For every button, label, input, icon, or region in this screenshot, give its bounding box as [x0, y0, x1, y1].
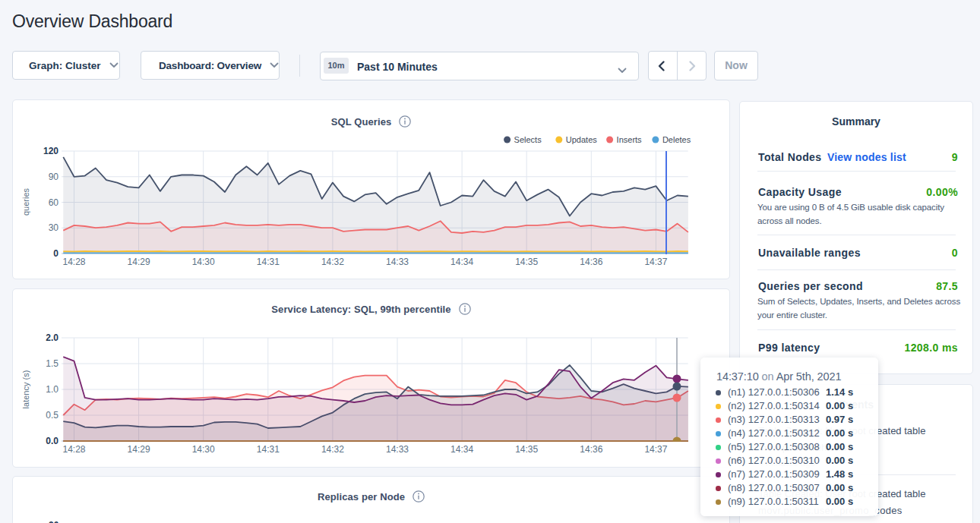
- svg-text:1.5: 1.5: [46, 358, 58, 369]
- svg-text:14:32: 14:32: [321, 257, 344, 267]
- svg-text:latency (s): latency (s): [21, 370, 30, 409]
- svg-text:0.0: 0.0: [46, 436, 58, 446]
- svg-text:90: 90: [49, 172, 59, 182]
- svg-text:120: 120: [43, 146, 58, 156]
- svg-text:1.0: 1.0: [46, 384, 58, 395]
- svg-text:14:30: 14:30: [192, 257, 215, 267]
- svg-text:14:28: 14:28: [62, 257, 85, 267]
- svg-text:queries: queries: [21, 187, 30, 216]
- svg-text:14:29: 14:29: [128, 444, 150, 455]
- svg-text:14:30: 14:30: [192, 444, 215, 455]
- svg-text:14:31: 14:31: [257, 444, 280, 455]
- svg-text:14:36: 14:36: [580, 257, 602, 267]
- svg-text:14:28: 14:28: [62, 444, 85, 455]
- svg-text:14:29: 14:29: [128, 257, 150, 267]
- svg-text:14:37: 14:37: [644, 444, 667, 455]
- svg-text:30: 30: [49, 222, 59, 233]
- svg-text:14:34: 14:34: [450, 257, 473, 267]
- svg-text:14:35: 14:35: [515, 444, 538, 455]
- svg-text:Deletes: Deletes: [662, 135, 691, 144]
- svg-text:2.0: 2.0: [46, 332, 58, 343]
- svg-text:60: 60: [49, 197, 59, 208]
- svg-text:14:32: 14:32: [321, 444, 344, 455]
- svg-text:14:31: 14:31: [257, 257, 280, 267]
- svg-text:0: 0: [53, 248, 58, 259]
- svg-text:14:33: 14:33: [386, 444, 409, 455]
- svg-text:14:35: 14:35: [515, 257, 538, 267]
- svg-text:14:37: 14:37: [644, 257, 667, 267]
- svg-text:14:33: 14:33: [386, 257, 409, 267]
- svg-text:Inserts: Inserts: [617, 135, 643, 144]
- svg-text:0.5: 0.5: [46, 410, 58, 421]
- svg-text:14:34: 14:34: [450, 444, 473, 455]
- svg-text:Updates: Updates: [566, 135, 597, 144]
- svg-text:Selects: Selects: [514, 135, 542, 144]
- svg-text:14:36: 14:36: [580, 444, 602, 455]
